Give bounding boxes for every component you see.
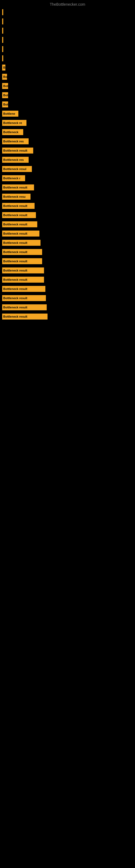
- bottleneck-bar: Bottleneck result: [2, 240, 41, 246]
- bottleneck-bar: Bottleneck result: [2, 286, 45, 292]
- bottleneck-bar: Bo: [2, 74, 7, 80]
- bar-row: Bottleneck result: [0, 303, 135, 312]
- bottleneck-bar: [2, 28, 3, 34]
- bar-row: Bottleneck result: [0, 238, 135, 247]
- bottleneck-bar: Bot: [2, 101, 8, 107]
- bar-row: B: [0, 63, 135, 72]
- bar-row: Bot: [0, 91, 135, 100]
- bottleneck-bar: [2, 37, 3, 43]
- bottleneck-bar: B: [2, 65, 5, 70]
- bar-row: Bottleneck res: [0, 137, 135, 146]
- bottleneck-bar: Bottleneck res: [2, 157, 29, 163]
- bottleneck-bar: Bottlene: [2, 111, 18, 117]
- bar-row: Bottleneck result: [0, 201, 135, 211]
- bottleneck-bar: Bottleneck result: [2, 314, 48, 319]
- bar-row: [0, 35, 135, 44]
- bottleneck-bar: Bot: [2, 83, 8, 89]
- bar-row: [0, 54, 135, 63]
- bottleneck-bar: Bottleneck result: [2, 258, 42, 264]
- bottleneck-bar: [2, 19, 3, 24]
- bottleneck-bar: [2, 55, 3, 61]
- bar-row: [0, 44, 135, 54]
- bar-row: [0, 8, 135, 17]
- bar-row: [0, 17, 135, 26]
- bottleneck-bar: Bottleneck result: [2, 304, 47, 310]
- site-title: TheBottlenecker.com: [0, 0, 135, 8]
- bar-row: Bottleneck result: [0, 312, 135, 321]
- bottleneck-bar: Bottleneck resu: [2, 194, 31, 199]
- bar-row: Bo: [0, 72, 135, 82]
- bottleneck-bar: Bottleneck result: [2, 212, 36, 218]
- bar-row: Bottleneck re: [0, 118, 135, 127]
- bar-row: [0, 26, 135, 35]
- bottleneck-bar: Bottleneck result: [2, 203, 35, 209]
- bar-row: Bottleneck result: [0, 293, 135, 303]
- bottleneck-bar: Bottleneck result: [2, 295, 46, 301]
- bar-row: Bottleneck result: [0, 284, 135, 293]
- bottleneck-bar: Bottleneck result: [2, 221, 37, 227]
- bar-row: Bottleneck result: [0, 146, 135, 155]
- bottleneck-bar: Bottleneck result: [2, 249, 42, 255]
- bottleneck-bar: Bot: [2, 92, 8, 98]
- bar-row: Bottleneck res: [0, 155, 135, 164]
- bar-row: Bottleneck resul: [0, 164, 135, 174]
- bottleneck-bar: Bottleneck resul: [2, 166, 32, 172]
- bar-row: Bottleneck r: [0, 174, 135, 183]
- bottleneck-bar: Bottleneck result: [2, 230, 39, 237]
- bottleneck-bar: Bottleneck: [2, 129, 23, 135]
- bottleneck-bar: Bottleneck result: [2, 184, 34, 190]
- bar-row: Bottleneck result: [0, 229, 135, 238]
- bottleneck-bar: [2, 46, 3, 52]
- bar-row: Bottleneck result: [0, 211, 135, 220]
- bar-row: Bottleneck result: [0, 266, 135, 275]
- bar-row: Bot: [0, 82, 135, 91]
- bars-container: BBoBotBotBotBottleneBottleneck reBottlen…: [0, 8, 135, 321]
- bar-row: Bottleneck resu: [0, 192, 135, 201]
- bar-row: Bottleneck: [0, 127, 135, 137]
- bottleneck-bar: Bottleneck result: [2, 148, 33, 154]
- bottleneck-bar: Bottleneck result: [2, 268, 44, 273]
- bar-row: Bottleneck result: [0, 275, 135, 284]
- bar-row: Bottlene: [0, 109, 135, 118]
- bar-row: Bottleneck result: [0, 257, 135, 266]
- bar-row: Bottleneck result: [0, 183, 135, 192]
- bottleneck-bar: Bottleneck result: [2, 277, 44, 283]
- bar-row: Bottleneck result: [0, 220, 135, 229]
- bottleneck-bar: [2, 9, 3, 15]
- bottleneck-bar: Bottleneck re: [2, 120, 27, 126]
- bottleneck-bar: Bottleneck r: [2, 175, 25, 181]
- bar-row: Bot: [0, 100, 135, 109]
- bottleneck-bar: Bottleneck res: [2, 138, 29, 144]
- bar-row: Bottleneck result: [0, 247, 135, 257]
